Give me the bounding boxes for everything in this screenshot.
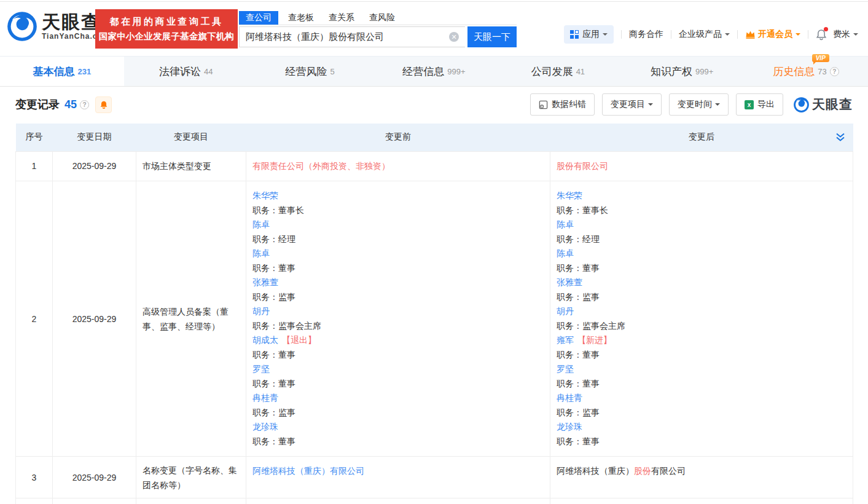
apps-menu[interactable]: 应用 xyxy=(564,25,614,44)
search-tab-boss[interactable]: 查老板 xyxy=(288,11,314,25)
after-value: 股份有限公司 xyxy=(557,161,608,171)
tab-count: 999+ xyxy=(695,67,713,76)
tab-intellectual-property[interactable]: 知识产权 999+ xyxy=(620,57,744,86)
tab-basic-info[interactable]: 基本信息 231 xyxy=(0,57,124,86)
notifications-bell[interactable] xyxy=(816,29,827,41)
table-row: 2 2025-09-29 高级管理人员备案（董事、监事、经理等） 朱华荣 职务：… xyxy=(16,181,853,457)
person-role: 职务：监事会主席 xyxy=(557,319,846,334)
row-date: 2025-09-29 xyxy=(53,457,136,498)
person-name-link[interactable]: 朱华荣 xyxy=(252,191,278,200)
tab-label: 历史信息 xyxy=(773,65,815,79)
tianyancha-logo-icon xyxy=(793,96,810,113)
help-icon[interactable]: ? xyxy=(80,100,89,109)
data-correction-label: 数据纠错 xyxy=(552,99,586,110)
person-entry: 朱华荣 职务：董事长 xyxy=(557,189,846,218)
person-name-link[interactable]: 龙珍珠 xyxy=(557,422,582,431)
company-tabs-bar: 基本信息 231 法律诉讼 44 经营风险 5 经营信息 999+ 公司发展 4… xyxy=(0,56,868,87)
row-after: 阿维塔科技（重庆）股份有限公司 xyxy=(550,457,853,498)
export-label: 导出 xyxy=(757,99,775,110)
chevron-down-icon xyxy=(648,103,653,108)
person-name-link[interactable]: 胡丹 xyxy=(252,306,270,316)
company-name-link[interactable]: 阿维塔科技（重庆）有限公司 xyxy=(252,466,364,476)
tab-legal-proceedings[interactable]: 法律诉讼 44 xyxy=(124,57,248,86)
watermark-text: 天眼查 xyxy=(812,96,853,113)
nav-divider xyxy=(671,30,671,39)
person-role: 职务：董事长 xyxy=(557,203,846,218)
chevron-down-icon xyxy=(715,103,720,108)
nav-open-vip[interactable]: 开通会员 xyxy=(745,29,800,40)
tianyancha-logo-icon xyxy=(6,10,38,42)
person-name-link[interactable]: 陈卓 xyxy=(557,219,574,229)
tab-label: 基本信息 xyxy=(33,65,75,79)
person-role: 职务：董事 xyxy=(252,261,544,276)
vip-badge: VIP xyxy=(812,54,829,62)
user-menu[interactable]: 费米 xyxy=(833,29,858,40)
person-name-link[interactable]: 罗坚 xyxy=(557,364,574,374)
chevron-down-icon xyxy=(853,33,858,38)
person-entry: 陈卓 职务：董事 xyxy=(252,246,544,275)
change-item-filter[interactable]: 变更项目 xyxy=(602,93,662,116)
site-logo[interactable]: 天眼查 TianYanCha.com xyxy=(6,10,109,42)
collapse-all-icon[interactable] xyxy=(835,132,846,143)
person-role: 职务：经理 xyxy=(252,232,544,247)
data-correction-button[interactable]: 数据纠错 xyxy=(530,93,595,116)
person-name-link[interactable]: 冉桂青 xyxy=(557,393,582,403)
person-entry: 张雅萱 职务：监事 xyxy=(252,275,544,304)
table-row: 1 2025-09-29 市场主体类型变更 有限责任公司（外商投资、非独资） 股… xyxy=(16,151,853,181)
person-name-link[interactable]: 胡丹 xyxy=(557,306,574,316)
person-name-link[interactable]: 罗坚 xyxy=(252,364,270,374)
person-name-link[interactable]: 雍军 xyxy=(557,335,574,345)
person-status-tag: 【新进】 xyxy=(577,335,612,345)
promo-banner: 都在用的商业查询工具 国家中小企业发展子基金旗下机构 xyxy=(95,9,238,49)
clear-search-icon[interactable]: ✕ xyxy=(449,32,459,42)
person-role: 职务：监事 xyxy=(557,406,846,420)
apps-label: 应用 xyxy=(582,29,600,40)
bell-icon xyxy=(100,100,108,109)
row-seq: 3 xyxy=(16,457,53,498)
nav-vip-label: 开通会员 xyxy=(758,29,792,40)
nav-cooperation[interactable]: 商务合作 xyxy=(629,29,663,40)
person-name-link[interactable]: 陈卓 xyxy=(557,248,574,258)
search-area: 查公司 查老板 查关系 查风险 ✕ 天眼一下 xyxy=(239,10,517,47)
top-nav: 应用 商务合作 企业级产品 开通会员 费米 xyxy=(564,24,858,45)
person-name-link[interactable]: 朱华荣 xyxy=(557,191,582,200)
person-role: 职务：董事 xyxy=(252,377,544,392)
tab-count: 41 xyxy=(576,67,585,76)
change-time-filter[interactable]: 变更时间 xyxy=(669,93,729,116)
table-toolbar: 数据纠错 变更项目 变更时间 x 导出 天眼查 xyxy=(523,93,853,116)
search-submit-button[interactable]: 天眼一下 xyxy=(467,26,517,47)
person-name-link[interactable]: 冉桂青 xyxy=(252,393,278,403)
person-name-link[interactable]: 胡成太 xyxy=(252,335,278,345)
person-role: 职务：董事 xyxy=(252,435,544,449)
search-tab-risk[interactable]: 查风险 xyxy=(369,11,395,25)
search-input[interactable] xyxy=(239,26,465,47)
subscribe-bell-button[interactable] xyxy=(95,96,112,113)
help-icon[interactable]: ? xyxy=(830,67,839,76)
person-role: 职务：董事 xyxy=(557,261,846,276)
tab-company-development[interactable]: 公司发展 41 xyxy=(496,57,620,86)
person-name-link[interactable]: 张雅萱 xyxy=(252,277,278,287)
col-seq: 序号 xyxy=(16,124,53,151)
person-entry: 陈卓 职务：经理 xyxy=(557,218,846,246)
tab-operation-info[interactable]: 经营信息 999+ xyxy=(372,57,496,86)
person-entry: 冉桂青 职务：监事 xyxy=(252,391,544,420)
nav-enterprise[interactable]: 企业级产品 xyxy=(679,29,730,40)
person-name-link[interactable]: 陈卓 xyxy=(252,248,270,258)
row-date: 2025-09-29 xyxy=(53,181,136,457)
person-role: 职务：董事 xyxy=(557,435,846,449)
tab-history-info[interactable]: VIP 历史信息 73 ? xyxy=(744,57,868,86)
after-text-suffix: 有限公司 xyxy=(651,466,686,476)
document-correction-icon xyxy=(539,100,548,109)
person-entry: 胡成太【退出】 职务：董事 xyxy=(252,333,544,362)
search-tab-company[interactable]: 查公司 xyxy=(239,11,278,25)
row-before: 阿维塔科技（重庆）有限公司 xyxy=(246,457,550,498)
col-item: 变更项目 xyxy=(136,124,246,151)
person-name-link[interactable]: 龙珍珠 xyxy=(252,422,278,431)
search-tab-relation[interactable]: 查关系 xyxy=(329,11,354,25)
person-name-link[interactable]: 张雅萱 xyxy=(557,277,582,287)
export-button[interactable]: x 导出 xyxy=(736,93,783,116)
person-name-link[interactable]: 陈卓 xyxy=(252,219,270,229)
change-records-table: 序号 变更日期 变更项目 变更前 变更后 1 2025-09-29 市场主体类型… xyxy=(15,124,853,504)
tab-operation-risk[interactable]: 经营风险 5 xyxy=(248,57,372,86)
promo-line1: 都在用的商业查询工具 xyxy=(95,14,238,29)
